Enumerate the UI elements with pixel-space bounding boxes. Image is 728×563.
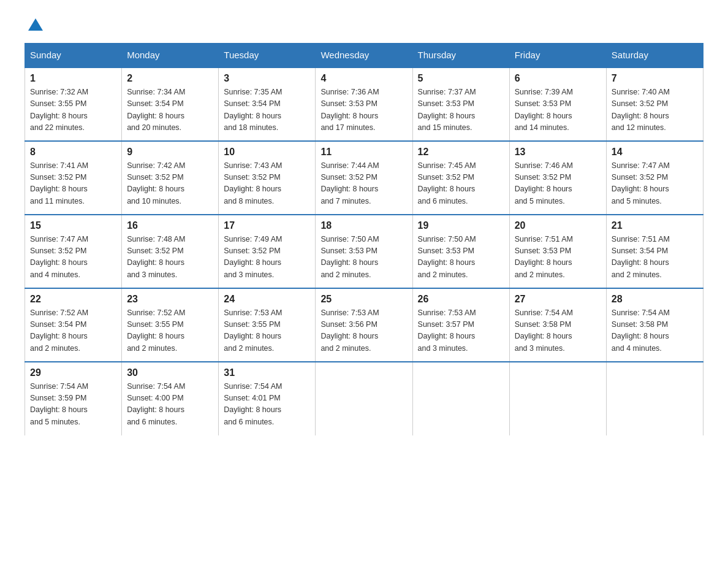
day-number: 7 [612,73,698,84]
calendar-cell: 9Sunrise: 7:42 AMSunset: 3:52 PMDaylight… [122,141,219,215]
calendar-cell: 3Sunrise: 7:35 AMSunset: 3:54 PMDaylight… [219,67,316,141]
day-number: 24 [224,294,310,305]
column-header-tuesday: Tuesday [219,44,316,67]
day-number: 8 [30,147,116,158]
day-number: 6 [515,73,601,84]
calendar-table: SundayMondayTuesdayWednesdayThursdayFrid… [25,43,703,435]
calendar-cell: 29Sunrise: 7:54 AMSunset: 3:59 PMDayligh… [25,362,122,435]
day-number: 3 [224,73,310,84]
calendar-week-row: 8Sunrise: 7:41 AMSunset: 3:52 PMDaylight… [25,141,703,215]
calendar-cell [606,362,703,435]
logo [25,18,43,31]
day-info: Sunrise: 7:37 AMSunset: 3:53 PMDaylight:… [418,86,504,134]
column-header-monday: Monday [122,44,219,67]
calendar-cell: 12Sunrise: 7:45 AMSunset: 3:52 PMDayligh… [412,141,509,215]
day-number: 11 [320,147,407,158]
day-number: 16 [127,220,213,231]
day-info: Sunrise: 7:52 AMSunset: 3:55 PMDaylight:… [127,307,213,355]
calendar-cell: 14Sunrise: 7:47 AMSunset: 3:52 PMDayligh… [606,141,703,215]
day-number: 2 [127,73,213,84]
day-number: 22 [30,294,116,305]
day-number: 14 [612,147,698,158]
day-number: 21 [612,220,698,231]
calendar-cell: 7Sunrise: 7:40 AMSunset: 3:52 PMDaylight… [606,67,703,141]
day-number: 17 [224,220,310,231]
day-info: Sunrise: 7:54 AMSunset: 3:59 PMDaylight:… [30,381,116,429]
calendar-cell: 4Sunrise: 7:36 AMSunset: 3:53 PMDaylight… [316,67,412,141]
day-info: Sunrise: 7:53 AMSunset: 3:56 PMDaylight:… [320,307,407,355]
day-number: 15 [30,220,116,231]
day-info: Sunrise: 7:48 AMSunset: 3:52 PMDaylight:… [127,234,213,282]
calendar-week-row: 15Sunrise: 7:47 AMSunset: 3:52 PMDayligh… [25,215,703,288]
calendar-cell: 26Sunrise: 7:53 AMSunset: 3:57 PMDayligh… [412,288,509,362]
day-info: Sunrise: 7:47 AMSunset: 3:52 PMDaylight:… [30,234,116,282]
day-info: Sunrise: 7:40 AMSunset: 3:52 PMDaylight:… [612,86,698,134]
day-number: 12 [418,147,504,158]
day-number: 9 [127,147,213,158]
day-number: 5 [418,73,504,84]
calendar-cell: 5Sunrise: 7:37 AMSunset: 3:53 PMDaylight… [412,67,509,141]
day-number: 20 [515,220,601,231]
day-number: 27 [515,294,601,305]
calendar-cell: 10Sunrise: 7:43 AMSunset: 3:52 PMDayligh… [219,141,316,215]
calendar-cell: 8Sunrise: 7:41 AMSunset: 3:52 PMDaylight… [25,141,122,215]
day-number: 31 [224,367,310,378]
calendar-cell: 6Sunrise: 7:39 AMSunset: 3:53 PMDaylight… [509,67,606,141]
day-info: Sunrise: 7:44 AMSunset: 3:52 PMDaylight:… [320,160,407,208]
column-header-thursday: Thursday [412,44,509,67]
day-info: Sunrise: 7:42 AMSunset: 3:52 PMDaylight:… [127,160,213,208]
day-number: 30 [127,367,213,378]
column-header-saturday: Saturday [606,44,703,67]
day-number: 23 [127,294,213,305]
day-info: Sunrise: 7:39 AMSunset: 3:53 PMDaylight:… [515,86,601,134]
day-info: Sunrise: 7:35 AMSunset: 3:54 PMDaylight:… [224,86,310,134]
column-header-wednesday: Wednesday [316,44,412,67]
day-number: 18 [320,220,407,231]
calendar-cell: 19Sunrise: 7:50 AMSunset: 3:53 PMDayligh… [412,215,509,288]
calendar-cell: 30Sunrise: 7:54 AMSunset: 4:00 PMDayligh… [122,362,219,435]
day-info: Sunrise: 7:46 AMSunset: 3:52 PMDaylight:… [515,160,601,208]
day-info: Sunrise: 7:54 AMSunset: 4:01 PMDaylight:… [224,381,310,429]
calendar-cell: 23Sunrise: 7:52 AMSunset: 3:55 PMDayligh… [122,288,219,362]
day-number: 13 [515,147,601,158]
column-header-sunday: Sunday [25,44,122,67]
calendar-cell: 28Sunrise: 7:54 AMSunset: 3:58 PMDayligh… [606,288,703,362]
day-info: Sunrise: 7:52 AMSunset: 3:54 PMDaylight:… [30,307,116,355]
day-info: Sunrise: 7:53 AMSunset: 3:55 PMDaylight:… [224,307,310,355]
calendar-cell: 18Sunrise: 7:50 AMSunset: 3:53 PMDayligh… [316,215,412,288]
day-info: Sunrise: 7:32 AMSunset: 3:55 PMDaylight:… [30,86,116,134]
logo-triangle-icon [28,18,43,31]
day-info: Sunrise: 7:47 AMSunset: 3:52 PMDaylight:… [612,160,698,208]
calendar-cell: 31Sunrise: 7:54 AMSunset: 4:01 PMDayligh… [219,362,316,435]
calendar-week-row: 1Sunrise: 7:32 AMSunset: 3:55 PMDaylight… [25,67,703,141]
day-info: Sunrise: 7:36 AMSunset: 3:53 PMDaylight:… [320,86,407,134]
calendar-cell: 25Sunrise: 7:53 AMSunset: 3:56 PMDayligh… [316,288,412,362]
calendar-cell: 1Sunrise: 7:32 AMSunset: 3:55 PMDaylight… [25,67,122,141]
calendar-cell: 11Sunrise: 7:44 AMSunset: 3:52 PMDayligh… [316,141,412,215]
calendar-cell: 24Sunrise: 7:53 AMSunset: 3:55 PMDayligh… [219,288,316,362]
day-info: Sunrise: 7:51 AMSunset: 3:54 PMDaylight:… [612,234,698,282]
day-info: Sunrise: 7:54 AMSunset: 3:58 PMDaylight:… [612,307,698,355]
calendar-cell: 20Sunrise: 7:51 AMSunset: 3:53 PMDayligh… [509,215,606,288]
day-info: Sunrise: 7:54 AMSunset: 4:00 PMDaylight:… [127,381,213,429]
calendar-cell: 22Sunrise: 7:52 AMSunset: 3:54 PMDayligh… [25,288,122,362]
day-info: Sunrise: 7:53 AMSunset: 3:57 PMDaylight:… [418,307,504,355]
day-number: 25 [320,294,407,305]
day-info: Sunrise: 7:43 AMSunset: 3:52 PMDaylight:… [224,160,310,208]
day-info: Sunrise: 7:49 AMSunset: 3:52 PMDaylight:… [224,234,310,282]
day-number: 4 [320,73,407,84]
day-info: Sunrise: 7:54 AMSunset: 3:58 PMDaylight:… [515,307,601,355]
day-info: Sunrise: 7:41 AMSunset: 3:52 PMDaylight:… [30,160,116,208]
calendar-cell [316,362,412,435]
calendar-cell: 15Sunrise: 7:47 AMSunset: 3:52 PMDayligh… [25,215,122,288]
day-number: 29 [30,367,116,378]
logo-blue-text [25,18,43,31]
day-number: 26 [418,294,504,305]
day-number: 1 [30,73,116,84]
calendar-cell: 2Sunrise: 7:34 AMSunset: 3:54 PMDaylight… [122,67,219,141]
column-header-friday: Friday [509,44,606,67]
day-number: 10 [224,147,310,158]
calendar-cell: 13Sunrise: 7:46 AMSunset: 3:52 PMDayligh… [509,141,606,215]
calendar-cell: 17Sunrise: 7:49 AMSunset: 3:52 PMDayligh… [219,215,316,288]
page-header [25,18,703,31]
